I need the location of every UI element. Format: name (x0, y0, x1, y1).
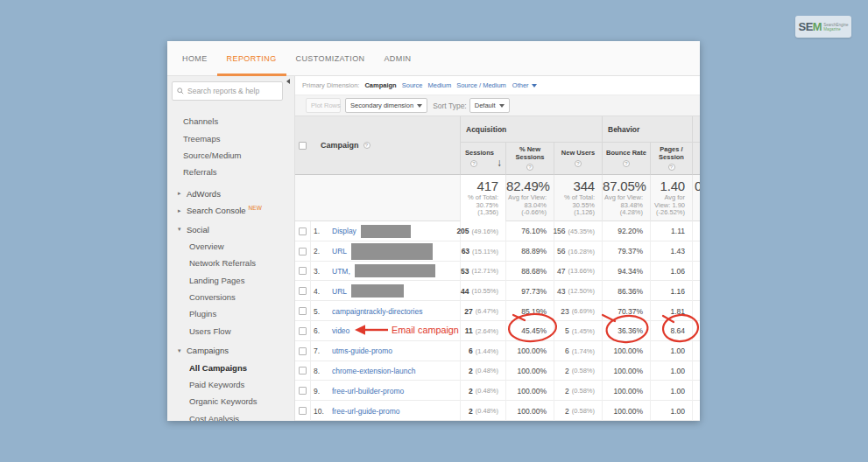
sidebar-item-search-console[interactable]: ▸Search ConsoleNEW (167, 202, 295, 219)
group-header-acquisition: Acquisition (460, 116, 602, 143)
chevron-expanded-icon: ▾ (178, 226, 187, 233)
sidebar-item-campaigns[interactable]: ▾Campaigns (167, 342, 295, 359)
campaigns-table: Campaign? Acquisition Behavior Sessions?… (295, 116, 700, 421)
cell-pages-session: 1.43 (650, 242, 692, 262)
sem-logo-text: SEM (799, 20, 822, 33)
row-index: 10. (311, 407, 332, 416)
sidebar-item-treemaps[interactable]: Treemaps (167, 130, 295, 146)
summary-bounce-rate: 87.05%Avg for View:83.48%(4.28%) (602, 175, 650, 221)
dimension-medium-link[interactable]: Medium (427, 81, 451, 89)
redacted-block (355, 264, 435, 277)
sidebar-item-landing-pages[interactable]: Landing Pages (167, 272, 295, 289)
table-row-utm-: 3.UTM,53(12.71%)88.68%47(13.66%)94.34%1.… (295, 262, 700, 282)
chevron-expanded-icon: ▾ (178, 347, 187, 354)
row-checkbox[interactable] (299, 287, 307, 295)
dimension-source-medium-link[interactable]: Source / Medium (456, 81, 506, 89)
column-header-pages-session[interactable]: Pages / Session? (650, 143, 692, 175)
cell-clipped-column (692, 281, 700, 301)
campaign-link[interactable]: Display (332, 227, 356, 235)
summary-new-sessions: 82.49%Avg for View:83.04%(-0.66%) (505, 175, 554, 221)
campaign-link[interactable]: URL (332, 287, 347, 296)
cell-clipped-column (692, 242, 700, 262)
sidebar-item-users-flow[interactable]: Users Flow (167, 323, 295, 340)
help-icon[interactable]: ? (526, 164, 533, 171)
sidebar-item-referrals[interactable]: Referrals (167, 164, 295, 180)
sidebar-item-cost-analysis[interactable]: Cost Analysis (167, 410, 295, 421)
cell-bounce-rate: 86.36% (602, 281, 650, 301)
row-checkbox[interactable] (299, 307, 307, 315)
redacted-block (361, 225, 411, 238)
sidebar-item-source-medium[interactable]: Source/Medium (167, 147, 295, 164)
sidebar-item-adwords[interactable]: ▸AdWords (167, 186, 295, 202)
table-row-utms-guide-promo: 7.utms-guide-promo6(1.44%)100.00%6(1.74%… (295, 341, 700, 361)
cell-sessions: 53(12.71%) (460, 262, 505, 282)
row-checkbox[interactable] (299, 367, 307, 374)
sidebar-item-overview[interactable]: Overview (167, 238, 295, 255)
help-icon[interactable]: ? (470, 160, 477, 167)
tab-home[interactable]: HOME (173, 41, 217, 76)
secondary-dimension-dropdown[interactable]: Secondary dimension (345, 98, 427, 113)
summary-new-users: 344% of Total:30.55%(1,126) (554, 175, 602, 221)
tab-customization[interactable]: CUSTOMIZATION (286, 41, 375, 76)
row-index: 8. (311, 367, 332, 375)
search-placeholder: Search reports & help (187, 87, 259, 95)
row-checkbox[interactable] (299, 407, 307, 415)
cell-clipped-column (692, 361, 700, 382)
campaign-link[interactable]: free-url-builder-promo (332, 387, 404, 396)
cell-pages-session: 1.81 (650, 301, 692, 321)
sidebar-item-plugins[interactable]: Plugins (167, 305, 295, 322)
dimension-campaign-selected[interactable]: Campaign (364, 81, 396, 89)
help-icon[interactable]: ? (668, 164, 675, 171)
sidebar-nav-list: ChannelsTreemapsSource/MediumReferrals▸A… (167, 113, 295, 421)
summary-sessions: 417% of Total:30.75%(1,356) (460, 175, 505, 221)
sort-type-dropdown[interactable]: Default (469, 98, 510, 113)
help-icon[interactable]: ? (623, 160, 630, 167)
row-index: 9. (311, 387, 332, 396)
cell-bounce-rate: 79.37% (602, 242, 650, 262)
dimension-source-link[interactable]: Source (402, 81, 423, 89)
sidebar-item-conversions[interactable]: Conversions (167, 289, 295, 305)
search-input[interactable]: Search reports & help (172, 81, 283, 101)
sidebar-item-social[interactable]: ▾Social (167, 220, 295, 237)
row-checkbox[interactable] (299, 248, 307, 256)
campaign-link[interactable]: UTM, (332, 267, 350, 276)
column-header-new-sessions[interactable]: % New Sessions? (505, 143, 554, 175)
row-checkbox[interactable] (299, 327, 307, 335)
tab-reporting[interactable]: REPORTING (217, 41, 286, 76)
campaign-link[interactable]: campaigntrackly-directories (332, 307, 422, 316)
tab-admin[interactable]: ADMIN (374, 41, 420, 76)
sem-magazine-logo: SEM SearchEngine Magazine (795, 16, 851, 38)
row-checkbox[interactable] (299, 387, 307, 395)
campaign-link[interactable]: URL (332, 247, 347, 256)
dimension-other-dropdown[interactable]: Other (512, 81, 537, 89)
campaign-link[interactable]: utms-guide-promo (332, 346, 392, 355)
sidebar-item-channels[interactable]: Channels (167, 113, 295, 130)
row-checkbox[interactable] (299, 267, 307, 275)
row-index: 1. (311, 227, 332, 235)
chevron-collapsed-icon: ▸ (178, 190, 187, 197)
row-checkbox[interactable] (299, 347, 307, 355)
chevron-down-icon (499, 104, 505, 108)
cell-pages-session: 1.11 (650, 221, 692, 242)
select-all-checkbox[interactable] (299, 142, 307, 150)
campaign-link[interactable]: free-url-guide-promo (332, 407, 399, 416)
campaign-link[interactable]: chrome-extension-launch (332, 367, 415, 375)
sidebar-item-organic-keywords[interactable]: Organic Keywords (167, 393, 295, 410)
report-main: Primary Dimension: Campaign Source Mediu… (295, 76, 700, 421)
column-header-sessions[interactable]: Sessions? ↓ (460, 143, 505, 175)
campaign-link[interactable]: video (332, 326, 349, 335)
primary-dimension-bar: Primary Dimension: Campaign Source Mediu… (295, 76, 700, 94)
campaign-column-header[interactable]: Campaign (321, 141, 359, 150)
sidebar-item-all-campaigns[interactable]: All Campaigns (167, 359, 295, 375)
sidebar-item-network-referrals[interactable]: Network Referrals (167, 255, 295, 271)
column-header-new-users[interactable]: New Users? (554, 143, 602, 175)
help-icon[interactable]: ? (363, 142, 370, 149)
help-icon[interactable]: ? (575, 160, 582, 167)
summary-row: 417% of Total:30.75%(1,356)82.49%Avg for… (295, 175, 700, 221)
sidebar-item-paid-keywords[interactable]: Paid Keywords (167, 376, 295, 393)
row-checkbox[interactable] (299, 228, 307, 235)
table-row-chrome-extension-launch: 8.chrome-extension-launch2(0.48%)100.00%… (295, 361, 700, 382)
sidebar-collapse-icon[interactable] (286, 79, 290, 84)
column-header-bounce-rate[interactable]: Bounce Rate? (602, 143, 650, 175)
plot-rows-button[interactable]: Plot Rows (306, 98, 341, 113)
